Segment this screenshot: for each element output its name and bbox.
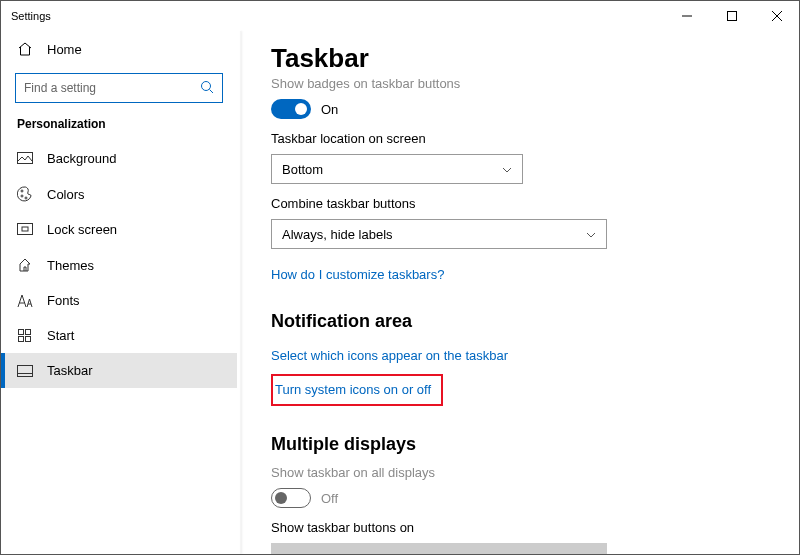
svg-rect-11 xyxy=(22,227,28,231)
close-button[interactable] xyxy=(754,1,799,31)
sidebar-item-themes[interactable]: Themes xyxy=(1,247,237,283)
sidebar-item-label: Colors xyxy=(47,187,85,202)
toggle-knob xyxy=(275,492,287,504)
maximize-icon xyxy=(727,11,737,21)
sidebar-item-label: Fonts xyxy=(47,293,80,308)
system-icons-link[interactable]: Turn system icons on or off xyxy=(275,382,431,397)
svg-rect-14 xyxy=(19,336,24,341)
main-content: Taskbar Show badges on taskbar buttons O… xyxy=(241,31,799,554)
show-buttons-label: Show taskbar buttons on xyxy=(271,520,769,535)
chevron-down-icon xyxy=(586,552,596,554)
svg-rect-1 xyxy=(727,12,736,21)
svg-rect-6 xyxy=(18,152,33,163)
svg-point-7 xyxy=(21,190,23,192)
svg-point-8 xyxy=(21,195,23,197)
svg-rect-16 xyxy=(18,365,33,376)
sidebar-item-label: Background xyxy=(47,151,116,166)
close-icon xyxy=(772,11,782,21)
svg-point-9 xyxy=(25,197,27,199)
badges-toggle-text: On xyxy=(321,102,338,117)
maximize-button[interactable] xyxy=(709,1,754,31)
combine-value: Always, hide labels xyxy=(282,227,393,242)
sidebar-item-label: Themes xyxy=(47,258,94,273)
fonts-icon xyxy=(17,294,33,308)
window-controls xyxy=(664,1,799,31)
sidebar-item-colors[interactable]: Colors xyxy=(1,176,237,212)
lockscreen-icon xyxy=(17,223,33,237)
select-icons-link[interactable]: Select which icons appear on the taskbar xyxy=(271,348,508,363)
page-title: Taskbar xyxy=(271,43,769,74)
sidebar-item-start[interactable]: Start xyxy=(1,318,237,353)
sidebar: Home Personalization Background Colors L… xyxy=(1,31,241,554)
svg-rect-13 xyxy=(26,329,31,334)
window-title: Settings xyxy=(11,10,51,22)
minimize-button[interactable] xyxy=(664,1,709,31)
location-label: Taskbar location on screen xyxy=(271,131,769,146)
show-all-toggle-text: Off xyxy=(321,491,338,506)
sidebar-item-background[interactable]: Background xyxy=(1,141,237,176)
show-all-label: Show taskbar on all displays xyxy=(271,465,769,480)
combine-label: Combine taskbar buttons xyxy=(271,196,769,211)
chevron-down-icon xyxy=(502,163,512,175)
search-box[interactable] xyxy=(15,73,223,103)
location-dropdown[interactable]: Bottom xyxy=(271,154,523,184)
badges-label: Show badges on taskbar buttons xyxy=(271,76,769,91)
show-buttons-value: All taskbars xyxy=(282,551,349,555)
toggle-knob xyxy=(295,103,307,115)
sidebar-item-lockscreen[interactable]: Lock screen xyxy=(1,212,237,247)
home-icon xyxy=(17,41,33,57)
highlight-annotation: Turn system icons on or off xyxy=(271,374,443,406)
background-icon xyxy=(17,152,33,166)
minimize-icon xyxy=(682,11,692,21)
multiple-heading: Multiple displays xyxy=(271,434,769,455)
show-all-toggle-row: Off xyxy=(271,488,769,508)
combine-dropdown[interactable]: Always, hide labels xyxy=(271,219,607,249)
chevron-down-icon xyxy=(586,228,596,240)
svg-rect-15 xyxy=(26,336,31,341)
svg-line-5 xyxy=(210,89,214,93)
badges-toggle[interactable] xyxy=(271,99,311,119)
home-label: Home xyxy=(47,42,82,57)
customize-link[interactable]: How do I customize taskbars? xyxy=(271,267,444,282)
svg-rect-10 xyxy=(18,223,33,234)
show-all-toggle[interactable] xyxy=(271,488,311,508)
category-heading: Personalization xyxy=(1,113,237,141)
location-value: Bottom xyxy=(282,162,323,177)
search-icon xyxy=(200,80,214,97)
sidebar-item-taskbar[interactable]: Taskbar xyxy=(1,353,237,388)
colors-icon xyxy=(17,186,33,202)
taskbar-icon xyxy=(17,365,33,377)
badges-toggle-row: On xyxy=(271,99,769,119)
themes-icon xyxy=(17,257,33,273)
sidebar-item-label: Taskbar xyxy=(47,363,93,378)
svg-rect-12 xyxy=(19,329,24,334)
titlebar: Settings xyxy=(1,1,799,31)
sidebar-item-label: Start xyxy=(47,328,74,343)
sidebar-item-fonts[interactable]: Fonts xyxy=(1,283,237,318)
notification-heading: Notification area xyxy=(271,311,769,332)
sidebar-item-label: Lock screen xyxy=(47,222,117,237)
svg-point-4 xyxy=(202,81,211,90)
home-nav[interactable]: Home xyxy=(1,31,237,67)
start-icon xyxy=(17,329,33,343)
search-input[interactable] xyxy=(24,81,200,95)
show-buttons-dropdown: All taskbars xyxy=(271,543,607,554)
